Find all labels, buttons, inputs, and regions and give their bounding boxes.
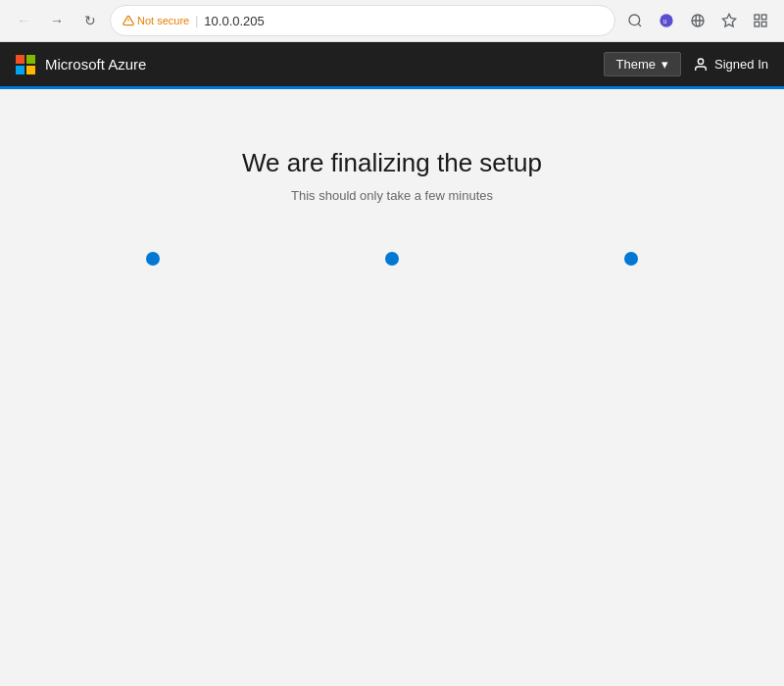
svg-rect-8 bbox=[761, 22, 766, 26]
favorites-icon[interactable] bbox=[715, 7, 743, 34]
loading-dot-3 bbox=[624, 252, 638, 266]
svg-rect-6 bbox=[755, 15, 760, 20]
extension-icon-1[interactable] bbox=[621, 7, 649, 34]
ms-square-blue bbox=[16, 66, 24, 74]
loading-dot-2 bbox=[385, 252, 399, 266]
url-divider: | bbox=[195, 14, 198, 27]
loading-dots bbox=[146, 252, 638, 266]
signed-in-area: Signed In bbox=[693, 57, 768, 73]
azure-logo-text: Microsoft Azure bbox=[45, 56, 146, 73]
security-label: Not secure bbox=[137, 15, 189, 26]
svg-rect-7 bbox=[761, 15, 766, 20]
svg-point-10 bbox=[698, 59, 703, 64]
ms-square-yellow bbox=[26, 66, 35, 74]
ms-square-red bbox=[16, 55, 24, 64]
theme-button[interactable]: Theme ▾ bbox=[604, 52, 681, 76]
back-button[interactable]: ← bbox=[10, 7, 37, 34]
url-text: 10.0.0.205 bbox=[204, 14, 264, 28]
user-icon bbox=[693, 57, 709, 73]
svg-marker-5 bbox=[722, 14, 735, 26]
loading-dot-1 bbox=[146, 252, 160, 266]
refresh-button[interactable]: ↻ bbox=[76, 7, 104, 34]
microsoft-squares-icon bbox=[16, 55, 35, 74]
forward-button[interactable]: → bbox=[43, 7, 71, 34]
header-right: Theme ▾ Signed In bbox=[604, 52, 768, 76]
toolbar-icons: u bbox=[621, 7, 774, 34]
browser-toolbar: ← → ↻ Not secure | 10.0.0.205 u bbox=[0, 0, 784, 41]
azure-header: Microsoft Azure Theme ▾ Signed In bbox=[0, 42, 784, 89]
azure-logo: Microsoft Azure bbox=[16, 55, 146, 74]
svg-rect-9 bbox=[755, 22, 760, 26]
extension-icon-3[interactable] bbox=[684, 7, 711, 34]
security-icon: Not secure bbox=[122, 15, 189, 26]
extension-icon-2[interactable]: u bbox=[653, 7, 680, 34]
signed-in-label: Signed In bbox=[714, 57, 768, 72]
address-bar[interactable]: Not secure | 10.0.0.205 bbox=[110, 5, 615, 36]
setup-subtitle: This should only take a few minutes bbox=[291, 188, 493, 203]
svg-text:u: u bbox=[663, 18, 667, 24]
collections-icon[interactable] bbox=[747, 7, 774, 34]
main-content: We are finalizing the setup This should … bbox=[0, 89, 784, 686]
setup-title: We are finalizing the setup bbox=[242, 148, 542, 178]
ms-square-green bbox=[26, 55, 35, 64]
svg-point-2 bbox=[629, 15, 640, 25]
theme-dropdown-icon: ▾ bbox=[662, 57, 668, 72]
theme-button-label: Theme bbox=[616, 57, 656, 72]
browser-chrome: ← → ↻ Not secure | 10.0.0.205 u bbox=[0, 0, 784, 42]
